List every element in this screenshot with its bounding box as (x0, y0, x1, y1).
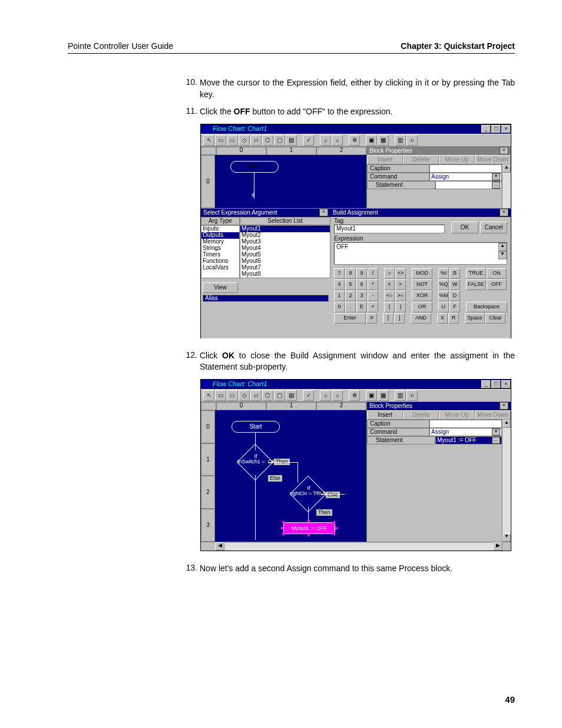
key-pctQ[interactable]: %Q (438, 279, 449, 290)
block-properties-close[interactable]: × (500, 147, 508, 154)
selection-handle[interactable] (308, 534, 310, 536)
key-8[interactable]: 8 (345, 268, 356, 279)
bp-caption-value[interactable] (429, 164, 502, 173)
key-backspace[interactable]: Backspace (466, 302, 507, 312)
start-block[interactable]: Start (232, 421, 280, 433)
window-titlebar-2[interactable]: Flow Chart: Chart1 _ □ × (201, 380, 511, 389)
key-space[interactable]: Space (465, 313, 485, 324)
sea-argtype-list[interactable]: Inputs Outputs Memory Strings Timers Fun… (201, 225, 240, 278)
key-0[interactable]: 0 (334, 302, 345, 312)
sea-sellist-header[interactable]: Selection List (240, 217, 330, 225)
window-resize-grip[interactable] (503, 542, 511, 551)
scroll-track[interactable] (503, 173, 511, 208)
expr-scroll-up[interactable]: ▲ (498, 243, 507, 251)
key-clear[interactable]: Clear (485, 313, 505, 324)
key-ne[interactable]: <> (395, 268, 406, 279)
tool-rect[interactable]: ▭ (215, 390, 226, 401)
selection-handle[interactable] (282, 533, 285, 535)
sea-localvars[interactable]: LocalVars (201, 265, 239, 271)
bp-statement-value[interactable]: Myout1 := OFF… (435, 436, 502, 444)
key-F[interactable]: F (449, 302, 460, 312)
key-9[interactable]: 9 (356, 268, 367, 279)
tool-zoom-out[interactable]: ⌕ (320, 390, 331, 401)
selection-handle[interactable] (335, 527, 338, 529)
hscroll-track[interactable] (224, 543, 493, 550)
ba-cancel-button[interactable]: Cancel (480, 222, 507, 233)
tool-parallel[interactable]: ▱ (250, 390, 262, 401)
bp-caption-value[interactable] (429, 420, 502, 428)
tool-config[interactable]: ⎌ (406, 135, 418, 146)
tool-check[interactable]: ✓ (303, 135, 314, 146)
bp-delete[interactable]: Delete (403, 410, 439, 420)
selection-handle[interactable] (333, 521, 335, 523)
tool-box[interactable]: ▢ (274, 390, 285, 401)
scroll-down[interactable]: ▼ (503, 533, 511, 542)
dropdown-icon[interactable]: ▾ (492, 173, 500, 180)
tool-gear[interactable]: ✲ (349, 390, 360, 401)
tool-list[interactable]: ▤ (286, 390, 297, 401)
key-xor[interactable]: XOR (412, 291, 432, 301)
dropdown-icon[interactable]: ▾ (492, 429, 500, 436)
key-6[interactable]: 6 (356, 279, 367, 290)
tool-copy[interactable]: ▣ (366, 135, 377, 146)
tool-box[interactable]: ▢ (274, 135, 285, 146)
key-B[interactable]: B (449, 268, 460, 279)
bp-moveup[interactable]: Move Up (439, 410, 475, 420)
scroll-left[interactable]: ◀ (215, 542, 224, 551)
key-pctI[interactable]: %I (438, 268, 449, 279)
key-add[interactable]: + (368, 302, 378, 312)
key-dot[interactable]: . (345, 302, 356, 312)
bp-delete[interactable]: Delete (403, 155, 439, 164)
scroll-up[interactable]: ▲ (503, 164, 511, 173)
tool-zoom-out[interactable]: ⌕ (320, 135, 331, 146)
tool-arrow[interactable]: ↖ (203, 390, 214, 401)
window-titlebar[interactable]: Flow Chart: Chart1 _ □ × (201, 124, 511, 134)
tool-oval[interactable]: ⬭ (227, 390, 238, 401)
key-D[interactable]: D (449, 291, 460, 301)
key-X[interactable]: X (437, 313, 448, 324)
process-block-selected[interactable]: Myout1 := OFF (283, 522, 335, 534)
maximize-button[interactable]: □ (491, 125, 501, 133)
ellipsis-icon[interactable]: … (492, 182, 500, 189)
key-3[interactable]: 3 (356, 291, 367, 301)
key-lt[interactable]: < (384, 279, 395, 290)
key-lbracket[interactable]: [ (383, 313, 394, 324)
sea-alias-field[interactable]: Alias (203, 295, 329, 302)
bp-movedown[interactable]: Move Down (475, 155, 511, 164)
bp-command-value[interactable]: Assign▾ (429, 428, 502, 436)
tool-copy[interactable]: ▣ (366, 390, 377, 401)
tool-gear[interactable]: ✲ (349, 135, 360, 146)
ba-expr-input[interactable]: OFF ▲▼ (334, 242, 507, 265)
tool-grid[interactable]: ▦ (378, 390, 389, 401)
key-not[interactable]: NOT (412, 279, 432, 290)
bp-moveup[interactable]: Move Up (439, 155, 475, 164)
tool-parallel[interactable]: ▱ (250, 135, 262, 146)
tool-check[interactable]: ✓ (303, 390, 314, 401)
minimize-button[interactable]: _ (481, 380, 491, 388)
scroll-track[interactable] (503, 428, 511, 533)
bp-insert[interactable]: Insert (367, 410, 403, 420)
key-and[interactable]: AND (411, 313, 431, 324)
key-eq[interactable]: = (384, 268, 395, 279)
key-ge[interactable]: >= (395, 291, 406, 301)
key-7[interactable]: 7 (334, 268, 345, 279)
ba-tag-input[interactable]: Myout1 (334, 225, 445, 233)
key-true[interactable]: TRUE (466, 268, 486, 279)
key-div[interactable]: / (368, 268, 378, 279)
bp-insert[interactable]: Insert (367, 155, 403, 164)
key-mul[interactable]: * (368, 279, 378, 290)
key-rbracket[interactable]: ] (394, 313, 405, 324)
key-off[interactable]: OFF (487, 279, 507, 290)
tool-zoom-in[interactable]: ⌕ (332, 390, 343, 401)
tool-grid[interactable]: ▦ (378, 135, 389, 146)
sea-close[interactable]: × (319, 209, 328, 216)
key-gt[interactable]: > (395, 279, 406, 290)
ba-ok-button[interactable]: OK (451, 222, 478, 233)
key-R[interactable]: R (448, 313, 459, 324)
key-enter[interactable]: Enter (334, 313, 366, 324)
start-block[interactable]: Start (230, 161, 279, 173)
maximize-button[interactable]: □ (491, 380, 501, 388)
close-button[interactable]: × (501, 125, 511, 133)
key-hash[interactable]: # (366, 313, 377, 324)
tool-hex[interactable]: ⬡ (262, 390, 273, 401)
